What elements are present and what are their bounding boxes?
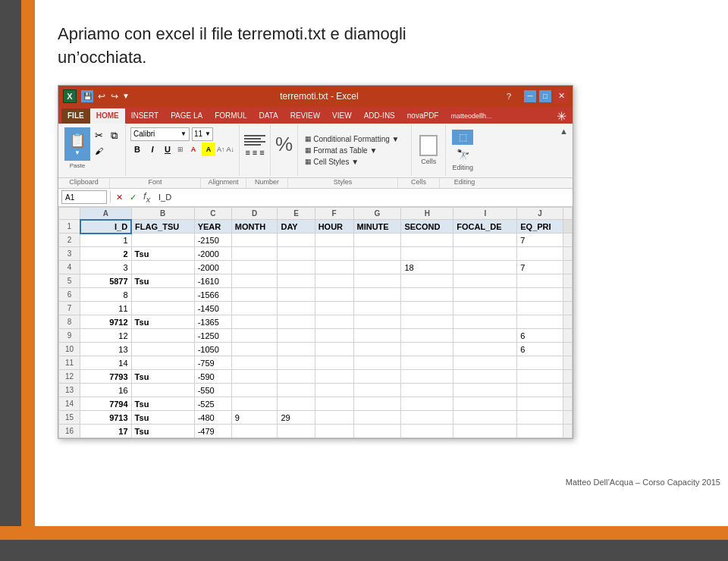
cell-8-J[interactable] <box>517 315 563 329</box>
cancel-formula-button[interactable]: ✕ <box>114 193 124 202</box>
cell-9-I[interactable] <box>453 329 517 343</box>
italic-button[interactable]: I <box>146 143 159 156</box>
increase-size-button[interactable]: A↑ <box>217 146 225 153</box>
cell-6-G[interactable] <box>353 288 401 302</box>
tab-home[interactable]: HOME <box>90 108 125 124</box>
cell-1-I[interactable]: FOCAL_DE <box>453 220 517 233</box>
cell-8-D[interactable] <box>231 315 278 329</box>
save-button[interactable]: 💾 <box>81 90 93 102</box>
col-header-j[interactable]: J <box>517 207 563 220</box>
snowflake-button[interactable]: ✳ <box>557 109 570 124</box>
cell-1-D[interactable]: MONTH <box>231 220 278 233</box>
col-header-c[interactable]: C <box>194 207 231 220</box>
cell-13-C[interactable]: -550 <box>194 384 231 397</box>
cell-11-E[interactable] <box>278 356 315 370</box>
cell-10-I[interactable] <box>453 343 517 356</box>
cell-7-I[interactable] <box>453 302 517 315</box>
align-left-button[interactable]: ≡ <box>245 148 249 157</box>
cell-15-H[interactable] <box>401 411 453 425</box>
cell-4-H[interactable]: 18 <box>401 261 453 274</box>
cell-2-A[interactable]: 1 <box>80 233 132 247</box>
find-button[interactable]: 🔭 <box>452 147 473 162</box>
cell-1-J[interactable]: EQ_PRI <box>517 220 563 233</box>
cell-5-B[interactable]: Tsu <box>131 274 194 288</box>
cell-9-H[interactable] <box>401 329 453 343</box>
cell-5-F[interactable] <box>315 274 353 288</box>
cell-5-C[interactable]: -1610 <box>194 274 231 288</box>
cell-16-E[interactable] <box>278 425 315 438</box>
cell-11-A[interactable]: 14 <box>80 356 132 370</box>
cell-2-I[interactable] <box>453 233 517 247</box>
tab-user[interactable]: matteodellh... <box>444 108 497 124</box>
cell-15-E[interactable]: 29 <box>278 411 315 425</box>
help-button[interactable]: ? <box>503 90 515 102</box>
tab-file[interactable]: FILE <box>61 108 90 124</box>
cell-4-G[interactable] <box>353 261 401 274</box>
cell-15-I[interactable] <box>453 411 517 425</box>
cell-10-C[interactable]: -1050 <box>194 343 231 356</box>
underline-button[interactable]: U <box>161 143 174 156</box>
cell-4-D[interactable] <box>231 261 278 274</box>
col-header-h[interactable]: H <box>401 207 453 220</box>
undo-button[interactable]: ↩ <box>96 91 107 102</box>
cell-15-C[interactable]: -480 <box>194 411 231 425</box>
cell-10-J[interactable]: 6 <box>517 343 563 356</box>
ribbon-scroll-up[interactable]: ▲ <box>558 125 570 176</box>
cell-6-B[interactable] <box>131 288 194 302</box>
cell-10-E[interactable] <box>278 343 315 356</box>
cell-1-C[interactable]: YEAR <box>194 220 231 233</box>
tab-addins[interactable]: ADD-INS <box>358 108 401 124</box>
cell-7-D[interactable] <box>231 302 278 315</box>
cell-13-G[interactable] <box>353 384 401 397</box>
cell-6-D[interactable] <box>231 288 278 302</box>
cell-12-F[interactable] <box>315 370 353 384</box>
cell-9-B[interactable] <box>131 329 194 343</box>
cell-8-A[interactable]: 9712 <box>80 315 132 329</box>
cell-4-C[interactable]: -2000 <box>194 261 231 274</box>
cell-9-D[interactable] <box>231 329 278 343</box>
cell-14-G[interactable] <box>353 397 401 411</box>
cell-12-J[interactable] <box>517 370 563 384</box>
cell-3-B[interactable]: Tsu <box>131 247 194 261</box>
cell-8-I[interactable] <box>453 315 517 329</box>
col-header-b[interactable]: B <box>131 207 194 220</box>
col-header-d[interactable]: D <box>231 207 278 220</box>
sort-filter-button[interactable]: ⬚ <box>452 130 473 145</box>
cell-6-A[interactable]: 8 <box>80 288 132 302</box>
cell-8-C[interactable]: -1365 <box>194 315 231 329</box>
cell-5-G[interactable] <box>353 274 401 288</box>
cell-12-E[interactable] <box>278 370 315 384</box>
cell-12-C[interactable]: -590 <box>194 370 231 384</box>
cell-4-E[interactable] <box>278 261 315 274</box>
cell-16-D[interactable] <box>231 425 278 438</box>
minimize-button[interactable]: ─ <box>524 90 536 102</box>
format-as-table-button[interactable]: ▦ Format as Table ▼ <box>303 145 406 156</box>
cell-13-J[interactable] <box>517 384 563 397</box>
cell-11-H[interactable] <box>401 356 453 370</box>
cell-1-H[interactable]: SECOND <box>401 220 453 233</box>
cell-14-J[interactable] <box>517 397 563 411</box>
cell-14-D[interactable] <box>231 397 278 411</box>
bold-button[interactable]: B <box>130 143 144 156</box>
cell-13-D[interactable] <box>231 384 278 397</box>
cell-3-A[interactable]: 2 <box>80 247 132 261</box>
cell-15-J[interactable] <box>517 411 563 425</box>
cell-4-J[interactable]: 7 <box>517 261 563 274</box>
cell-11-C[interactable]: -759 <box>194 356 231 370</box>
restore-button[interactable]: □ <box>539 90 551 102</box>
redo-button[interactable]: ↪ <box>109 91 120 102</box>
cell-6-C[interactable]: -1566 <box>194 288 231 302</box>
cell-6-H[interactable] <box>401 288 453 302</box>
cell-13-E[interactable] <box>278 384 315 397</box>
col-header-a[interactable]: A <box>80 207 132 220</box>
tab-formulas[interactable]: FORMUL <box>209 108 253 124</box>
cell-16-I[interactable] <box>453 425 517 438</box>
font-color-button[interactable]: A <box>187 143 200 156</box>
cell-14-E[interactable] <box>278 397 315 411</box>
format-painter-button[interactable]: 🖌 <box>92 144 105 158</box>
cell-6-I[interactable] <box>453 288 517 302</box>
cell-14-H[interactable] <box>401 397 453 411</box>
cell-9-A[interactable]: 12 <box>80 329 132 343</box>
cell-2-F[interactable] <box>315 233 353 247</box>
close-button[interactable]: ✕ <box>554 89 568 103</box>
